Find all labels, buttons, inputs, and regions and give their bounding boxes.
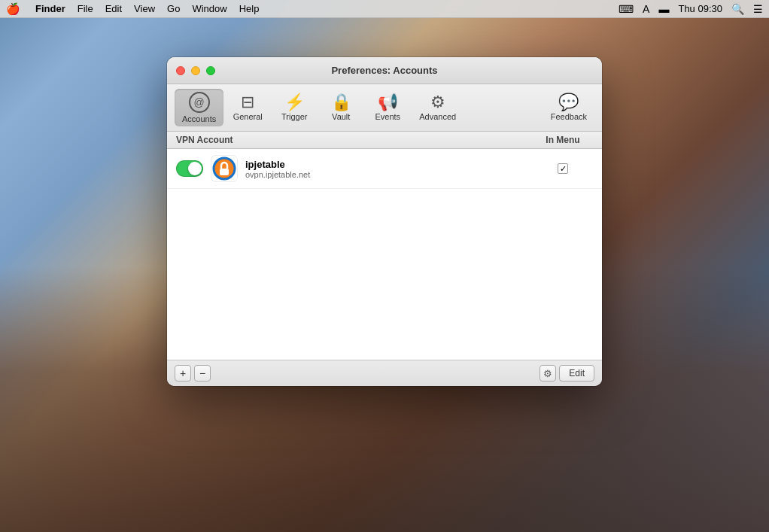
edit-button[interactable]: Edit (559, 365, 594, 382)
table-body: ipjetable ovpn.ipjetable.net ✓ (167, 149, 602, 360)
toolbar-trigger[interactable]: ⚡ Trigger (272, 91, 317, 124)
in-menu-checkbox[interactable]: ✓ (558, 163, 568, 174)
table-header: VPN Account In Menu (167, 132, 602, 149)
menubar-left: 🍎 Finder File Edit View Go Window Help (6, 2, 619, 16)
toolbar-vault[interactable]: 🔒 Vault (318, 91, 363, 124)
toolbar-events[interactable]: 📢 Events (365, 91, 410, 124)
menubar-file[interactable]: File (78, 3, 93, 14)
vpn-name: ipjetable (245, 159, 533, 170)
toolbar-feedback[interactable]: 💬 Feedback (543, 91, 594, 124)
vpn-icon (211, 155, 238, 182)
accounts-icon: @ (189, 92, 210, 113)
minimize-button[interactable] (191, 66, 200, 75)
vpn-detail: ovpn.ipjetable.net (245, 170, 533, 179)
table-container: VPN Account In Menu (167, 132, 602, 360)
control-center-icon[interactable]: ☰ (753, 3, 763, 15)
vpn-toggle[interactable] (176, 160, 203, 177)
menubar-right: ⌨ A ▬ Thu 09:30 🔍 ☰ (619, 3, 763, 15)
menubar: 🍎 Finder File Edit View Go Window Help ⌨… (0, 0, 769, 18)
accounts-label: Accounts (182, 114, 216, 123)
titlebar: Preferences: Accounts (167, 57, 602, 84)
toolbar: @ Accounts ⊟ General ⚡ Trigger 🔒 Vault 📢… (167, 84, 602, 132)
search-icon[interactable]: 🔍 (731, 3, 744, 15)
apple-menu[interactable]: 🍎 (6, 2, 20, 16)
advanced-icon: ⚙ (430, 94, 445, 111)
clock: Thu 09:30 (678, 3, 722, 14)
menubar-edit[interactable]: Edit (105, 3, 122, 14)
toolbar-advanced[interactable]: ⚙ Advanced (412, 91, 464, 124)
toolbar-general[interactable]: ⊟ General (225, 91, 270, 124)
menubar-view[interactable]: View (134, 3, 155, 14)
feedback-label: Feedback (551, 112, 587, 121)
advanced-label: Advanced (419, 112, 456, 121)
trigger-label: Trigger (281, 112, 307, 121)
table-row: ipjetable ovpn.ipjetable.net ✓ (167, 149, 602, 189)
toggle-switch[interactable] (176, 160, 203, 177)
gear-button[interactable]: ⚙ (540, 365, 556, 382)
vpn-account-info: ipjetable ovpn.ipjetable.net (245, 159, 533, 179)
trigger-icon: ⚡ (284, 94, 305, 111)
window-controls (176, 66, 215, 75)
menubar-help[interactable]: Help (239, 3, 260, 14)
window-title: Preferences: Accounts (331, 65, 437, 76)
maximize-button[interactable] (206, 66, 215, 75)
bottom-toolbar: + − ⚙ Edit (167, 360, 602, 386)
general-label: General (233, 112, 263, 121)
events-label: Events (375, 112, 400, 121)
general-icon: ⊟ (241, 94, 254, 111)
feedback-icon: 💬 (558, 94, 579, 111)
menubar-go[interactable]: Go (167, 3, 180, 14)
menubar-app-name[interactable]: Finder (35, 3, 65, 14)
in-menu-checkbox-cell: ✓ (533, 163, 593, 174)
vault-label: Vault (332, 112, 350, 121)
svg-rect-2 (220, 169, 229, 175)
column-header-account: VPN Account (176, 135, 533, 145)
preferences-window: Preferences: Accounts @ Accounts ⊟ Gener… (167, 57, 602, 386)
remove-button[interactable]: − (194, 365, 211, 382)
column-header-in-menu: In Menu (533, 135, 593, 145)
add-button[interactable]: + (175, 365, 191, 382)
events-icon: 📢 (378, 94, 398, 111)
close-button[interactable] (176, 66, 185, 75)
toolbar-accounts[interactable]: @ Accounts (175, 89, 223, 126)
text-input-icon[interactable]: A (643, 3, 649, 15)
menubar-window[interactable]: Window (192, 3, 226, 14)
vault-icon: 🔒 (331, 94, 351, 111)
desktop: 🍎 Finder File Edit View Go Window Help ⌨… (0, 0, 769, 532)
display-icon[interactable]: ▬ (658, 3, 669, 15)
input-source-icon[interactable]: ⌨ (619, 3, 634, 15)
